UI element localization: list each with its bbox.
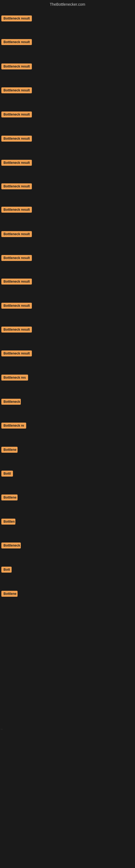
bottleneck-badge[interactable]: Bottleneck result bbox=[1, 327, 32, 333]
bottleneck-badge[interactable]: Bottleneck result bbox=[1, 135, 32, 142]
bottleneck-badge[interactable]: Bottleneck bbox=[1, 399, 21, 405]
bottleneck-badge[interactable]: Bottleneck result bbox=[1, 255, 32, 261]
bottleneck-badge[interactable]: Bottlene bbox=[1, 447, 17, 453]
bottleneck-result-row: Bottlene bbox=[1, 447, 17, 454]
bottleneck-result-row: Bottleneck result bbox=[1, 207, 32, 214]
bottleneck-result-row: Bottlene bbox=[1, 591, 17, 598]
bottleneck-badge[interactable]: Bottleneck result bbox=[1, 160, 32, 166]
bottleneck-result-row: Bottleneck result bbox=[1, 350, 32, 358]
bottleneck-result-row: Bottleneck result bbox=[1, 135, 32, 143]
bottleneck-result-row: Bottleneck result bbox=[1, 327, 32, 334]
bottleneck-result-row: Bottleneck result bbox=[1, 255, 32, 262]
bottleneck-result-row: Bottleneck result bbox=[1, 112, 32, 119]
bottleneck-badge[interactable]: Bottleneck result bbox=[1, 16, 32, 22]
bottleneck-result-row: Bottleneck result bbox=[1, 279, 32, 286]
bottleneck-result-row: Bottleneck res bbox=[1, 375, 28, 382]
bottleneck-result-row: Bottl bbox=[1, 471, 13, 478]
bottleneck-badge[interactable]: Bottleneck result bbox=[1, 279, 32, 284]
bottleneck-badge[interactable]: Bottleneck result bbox=[1, 39, 32, 45]
bottleneck-badge[interactable]: Bottleneck result bbox=[1, 87, 32, 93]
bottleneck-badge[interactable]: Bottleneck result bbox=[1, 207, 32, 213]
bottleneck-result-row: Bottleneck result bbox=[1, 16, 32, 23]
bottleneck-result-row: Bottleneck result bbox=[1, 160, 32, 167]
bottleneck-badge[interactable]: Bottlene bbox=[1, 495, 17, 500]
bottleneck-badge[interactable]: Bottleneck result bbox=[1, 350, 32, 356]
bottleneck-badge[interactable]: Bottleneck result bbox=[1, 63, 32, 69]
bottleneck-badge[interactable]: Bottleneck result bbox=[1, 183, 32, 189]
site-header: TheBottlenecker.com bbox=[0, 0, 135, 10]
bottleneck-result-row: Bottleneck bbox=[1, 399, 21, 406]
bottleneck-badge[interactable]: Bottlen bbox=[1, 519, 15, 525]
dots-label: ... bbox=[1, 727, 3, 730]
bottleneck-badge[interactable]: Bottl bbox=[1, 471, 13, 476]
bottleneck-badge[interactable]: Bottleneck result bbox=[1, 231, 32, 237]
bottleneck-result-row: Bottleneck bbox=[1, 542, 21, 550]
bottleneck-badge[interactable]: Bottleneck result bbox=[1, 303, 32, 309]
bottleneck-result-row: Bottleneck result bbox=[1, 63, 32, 70]
bottleneck-badge[interactable]: Bottleneck bbox=[1, 542, 21, 549]
bottleneck-result-row: Bottleneck result bbox=[1, 87, 32, 94]
bottleneck-result-row: Bottleneck result bbox=[1, 183, 32, 190]
bottleneck-badge[interactable]: Bottleneck res bbox=[1, 375, 28, 380]
bottleneck-result-row: Bottleneck re bbox=[1, 423, 26, 430]
bottleneck-badge[interactable]: Bottlene bbox=[1, 591, 17, 597]
bottleneck-result-row: Bott bbox=[1, 567, 12, 574]
bottleneck-result-row: Bottleneck result bbox=[1, 39, 32, 46]
bottleneck-result-row: Bottleneck result bbox=[1, 303, 32, 310]
bottleneck-result-row: Bottlen bbox=[1, 519, 15, 526]
bottleneck-badge[interactable]: Bott bbox=[1, 567, 12, 572]
bottleneck-result-row: Bottlene bbox=[1, 495, 17, 501]
bottleneck-result-row: Bottleneck result bbox=[1, 231, 32, 238]
bottleneck-badge[interactable]: Bottleneck re bbox=[1, 423, 26, 429]
bottleneck-badge[interactable]: Bottleneck result bbox=[1, 112, 32, 118]
